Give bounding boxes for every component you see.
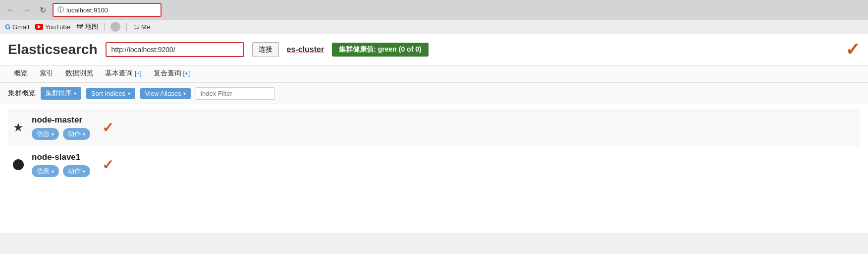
sort-indices-arrow: ▾: [128, 91, 130, 96]
address-text: localhost:9100: [66, 6, 108, 14]
tab-overview[interactable]: 概览: [8, 65, 34, 82]
gmail-label: Gmail: [12, 23, 29, 31]
node-slave1-actions: 信息 ▾ 动作 ▾: [32, 165, 90, 177]
basic-query-plus[interactable]: [+]: [135, 70, 142, 77]
node-slave1-info-button[interactable]: 信息 ▾: [32, 165, 59, 177]
node-slave1-action-button[interactable]: 动作 ▾: [63, 165, 90, 177]
node-slave1-checkmark: ✓: [102, 157, 113, 173]
table-row: ★ node-master 信息 ▾ 动作 ▾ ✓: [8, 109, 860, 146]
url-input[interactable]: [106, 42, 244, 57]
youtube-label: YouTube: [45, 23, 70, 31]
node-master-action-button[interactable]: 动作 ▾: [63, 128, 90, 140]
tab-index[interactable]: 索引: [34, 65, 59, 82]
action-arrow-2: ▾: [83, 169, 85, 174]
youtube-icon: [35, 24, 43, 30]
node-master-actions: 信息 ▾ 动作 ▾: [32, 128, 90, 140]
info-arrow-2: ▾: [52, 169, 54, 174]
app-header: Elasticsearch 连接 es-cluster 集群健康值: green…: [0, 34, 868, 65]
avatar: [110, 22, 120, 32]
table-row: node-slave1 信息 ▾ 动作 ▾ ✓: [8, 146, 860, 183]
view-aliases-label: View Aliases: [145, 90, 181, 97]
bookmark-gmail[interactable]: G Gmail: [5, 23, 29, 31]
info-icon: ⓘ: [57, 5, 64, 14]
separator: [104, 23, 105, 31]
overview-bar: 集群概览 集群排序 ▾ Sort Indices ▾ View Aliases …: [0, 83, 868, 104]
cluster-name: es-cluster: [287, 45, 325, 54]
node-master-name: node-master: [32, 115, 90, 125]
tab-data-browser[interactable]: 数据浏览: [59, 65, 99, 82]
connect-button[interactable]: 连接: [252, 42, 279, 57]
node-slave1-info: node-slave1 信息 ▾ 动作 ▾: [32, 152, 90, 177]
google-icon: G: [5, 23, 10, 31]
app-title: Elasticsearch: [8, 42, 98, 58]
cluster-sort-button[interactable]: 集群排序 ▾: [41, 87, 81, 100]
bookmark-me[interactable]: 🗂 Me: [133, 23, 150, 31]
node-slave1-name: node-slave1: [32, 152, 90, 162]
view-aliases-button[interactable]: View Aliases ▾: [140, 88, 191, 99]
node-master-info: node-master 信息 ▾ 动作 ▾: [32, 115, 90, 140]
overview-label: 集群概览: [8, 89, 36, 98]
info-arrow: ▾: [52, 131, 54, 137]
bookmark-youtube[interactable]: YouTube: [35, 23, 70, 31]
sort-indices-button[interactable]: Sort Indices ▾: [86, 88, 135, 99]
me-label: Me: [141, 23, 150, 31]
circle-icon: [13, 159, 24, 170]
bookmarks-bar: G Gmail YouTube 🗺 地图 🗂 Me: [0, 20, 868, 34]
cluster-sort-arrow: ▾: [74, 91, 76, 96]
index-filter-input[interactable]: [196, 87, 275, 100]
address-bar[interactable]: ⓘ localhost:9100: [53, 3, 162, 17]
node-master-info-button[interactable]: 信息 ▾: [32, 128, 59, 140]
tab-complex-query[interactable]: 复合查询 [+]: [148, 65, 196, 82]
view-aliases-arrow: ▾: [183, 91, 186, 96]
back-button[interactable]: ←: [5, 4, 17, 16]
cluster-sort-label: 集群排序: [46, 89, 71, 98]
star-icon: ★: [13, 121, 24, 134]
browser-chrome: ← → ↻ ⓘ localhost:9100 G Gmail YouTube 🗺…: [0, 0, 868, 34]
action-arrow: ▾: [83, 131, 85, 137]
forward-button[interactable]: →: [21, 4, 33, 16]
app-container: Elasticsearch 连接 es-cluster 集群健康值: green…: [0, 34, 868, 233]
tab-basic-query[interactable]: 基本查询 [+]: [99, 65, 148, 82]
maps-icon: 🗺: [76, 23, 83, 31]
separator2: [126, 23, 127, 31]
complex-query-plus[interactable]: [+]: [183, 70, 190, 77]
checkmark-icon: ✓: [845, 39, 860, 60]
bookmark-maps[interactable]: 🗺 地图: [76, 22, 98, 31]
browser-navbar: ← → ↻ ⓘ localhost:9100: [0, 0, 868, 20]
maps-label: 地图: [85, 22, 98, 31]
nav-tabs: 概览 索引 数据浏览 基本查询 [+] 复合查询 [+]: [0, 65, 868, 83]
node-master-checkmark: ✓: [102, 120, 113, 136]
folder-icon: 🗂: [133, 23, 139, 31]
sort-indices-label: Sort Indices: [91, 90, 125, 97]
cluster-health-badge: 集群健康值: green (0 of 0): [332, 43, 428, 57]
reload-button[interactable]: ↻: [37, 4, 49, 16]
node-list: ★ node-master 信息 ▾ 动作 ▾ ✓: [0, 104, 868, 188]
